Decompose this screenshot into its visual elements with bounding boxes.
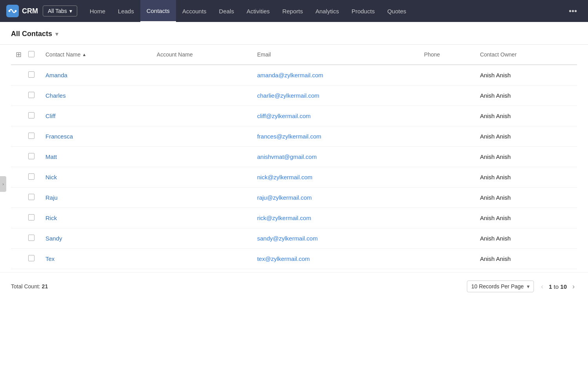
owner-name: Anish Anish [480,153,510,160]
email-link[interactable]: cliff@zylkermail.com [257,113,311,119]
contact-name-link[interactable]: Charles [45,92,66,99]
table-row: Matt anishvmat@gmail.com Anish Anish [11,147,577,167]
email-cell: nick@zylkermail.com [252,167,419,188]
nav-item-home[interactable]: Home [83,0,112,22]
brand-name: CRM [22,7,38,15]
contact-name-link[interactable]: Cliff [45,113,56,119]
contacts-table-container: ⊞ Contact Name ▲ Account Name Email [0,45,588,269]
row-checkbox[interactable] [28,71,34,78]
table-row: Amanda amanda@zylkermail.com Anish Anish [11,65,577,86]
records-per-page-selector[interactable]: 10 Records Per Page ▾ [467,281,534,292]
contact-name-cell: Sandy [41,228,152,249]
row-checkbox[interactable] [28,133,34,139]
email-link[interactable]: tex@zylkermail.com [257,255,310,262]
contact-name-cell: Raju [41,188,152,208]
email-cell: tex@zylkermail.com [252,249,419,269]
row-layout-cell [11,228,25,249]
page-numbers: 1 to 10 [549,283,567,290]
column-layout-icon[interactable]: ⊞ [16,51,22,58]
table-row: Raju raju@zylkermail.com Anish Anish [11,188,577,208]
row-layout-cell [11,249,25,269]
th-email[interactable]: Email [252,45,419,65]
owner-cell: Anish Anish [475,228,577,249]
nav-item-reports[interactable]: Reports [276,0,309,22]
th-contact-name[interactable]: Contact Name ▲ [41,45,152,65]
row-checkbox-cell [25,65,41,86]
email-link[interactable]: sandy@zylkermail.com [257,235,318,242]
table-row: Sandy sandy@zylkermail.com Anish Anish [11,228,577,249]
th-account-name[interactable]: Account Name [152,45,252,65]
row-checkbox[interactable] [28,235,34,241]
nav-item-quotes[interactable]: Quotes [381,0,412,22]
row-layout-cell [11,147,25,167]
email-link[interactable]: raju@zylkermail.com [257,194,312,201]
th-phone[interactable]: Phone [419,45,475,65]
nav-item-accounts[interactable]: Accounts [176,0,213,22]
table-row: Tex tex@zylkermail.com Anish Anish [11,249,577,269]
email-link[interactable]: frances@zylkermail.com [257,133,321,140]
table-header: ⊞ Contact Name ▲ Account Name Email [11,45,577,65]
side-collapse-btn[interactable]: › [0,176,6,192]
contact-name-link[interactable]: Amanda [45,72,67,78]
row-layout-cell [11,86,25,106]
row-checkbox[interactable] [28,92,34,98]
contact-name-link[interactable]: Francesca [45,133,73,140]
account-name-cell [152,249,252,269]
select-all-checkbox[interactable] [28,51,34,57]
page-title-dropdown-icon[interactable]: ▾ [55,30,58,38]
account-name-cell [152,86,252,106]
row-checkbox-cell [25,208,41,228]
row-checkbox-cell [25,86,41,106]
email-link[interactable]: rick@zylkermail.com [257,215,311,221]
owner-cell: Anish Anish [475,65,577,86]
row-checkbox[interactable] [28,214,34,220]
row-checkbox[interactable] [28,255,34,261]
owner-cell: Anish Anish [475,86,577,106]
phone-cell [419,167,475,188]
phone-cell [419,106,475,126]
contact-name-link[interactable]: Nick [45,174,57,180]
row-checkbox[interactable] [28,112,34,118]
nav-item-products[interactable]: Products [345,0,381,22]
nav-item-analytics[interactable]: Analytics [309,0,345,22]
email-link[interactable]: nick@zylkermail.com [257,174,312,180]
all-tabs-button[interactable]: All Tabs ▾ [43,5,77,16]
contact-name-link[interactable]: Rick [45,215,57,221]
navbar: CRM All Tabs ▾ Home Leads Contacts Accou… [0,0,588,22]
email-cell: anishvmat@gmail.com [252,147,419,167]
email-link[interactable]: amanda@zylkermail.com [257,72,323,78]
row-checkbox[interactable] [28,173,34,180]
nav-item-leads[interactable]: Leads [112,0,140,22]
email-cell: raju@zylkermail.com [252,188,419,208]
th-contact-owner[interactable]: Contact Owner [475,45,577,65]
contact-name-cell: Matt [41,147,152,167]
row-checkbox[interactable] [28,194,34,200]
contact-name-link[interactable]: Tex [45,255,54,262]
account-name-cell [152,228,252,249]
brand: CRM [6,5,38,17]
more-nav-button[interactable]: ••• [564,7,582,16]
account-name-cell [152,147,252,167]
phone-cell [419,188,475,208]
phone-cell [419,249,475,269]
email-link[interactable]: anishvmat@gmail.com [257,153,317,160]
contact-name-link[interactable]: Sandy [45,235,62,242]
nav-item-deals[interactable]: Deals [213,0,240,22]
row-checkbox-cell [25,147,41,167]
column-layout-header: ⊞ [11,45,25,65]
table-footer: Total Count: 21 10 Records Per Page ▾ ‹ … [0,272,588,302]
nav-item-contacts[interactable]: Contacts [140,0,176,22]
contact-name-link[interactable]: Matt [45,153,57,160]
nav-item-activities[interactable]: Activities [240,0,276,22]
prev-page-button[interactable]: ‹ [539,282,546,291]
next-page-button[interactable]: › [570,282,577,291]
phone-cell [419,147,475,167]
page-nav: ‹ 1 to 10 › [539,282,577,291]
phone-cell [419,208,475,228]
row-checkbox[interactable] [28,153,34,159]
table-body: Amanda amanda@zylkermail.com Anish Anish… [11,65,577,269]
contact-name-cell: Amanda [41,65,152,86]
email-link[interactable]: charlie@zylkermail.com [257,92,319,99]
contact-name-link[interactable]: Raju [45,194,58,201]
owner-name: Anish Anish [480,255,510,262]
